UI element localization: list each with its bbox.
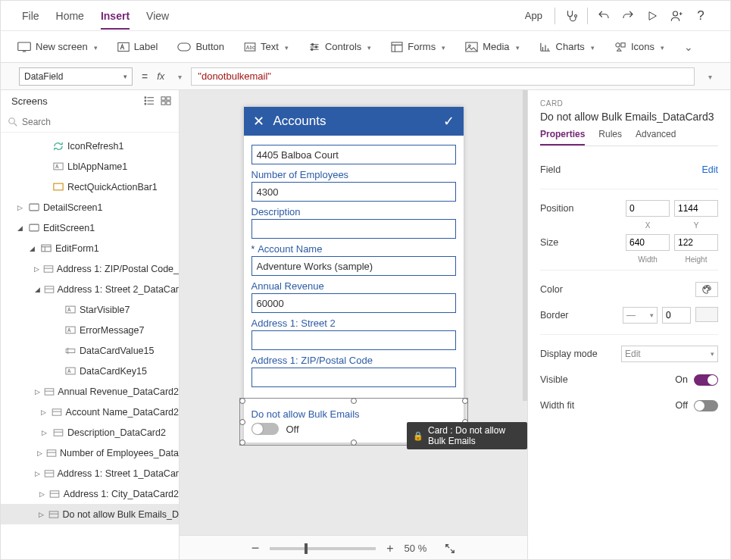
field-input[interactable] [251, 145, 456, 164]
panel-kicker: CARD [540, 99, 718, 108]
border-width-input[interactable] [662, 307, 691, 324]
tree-item[interactable]: StarVisible7 [1, 299, 179, 320]
field-input[interactable] [251, 368, 456, 387]
tb-icons[interactable]: Icons [614, 41, 664, 52]
widthfit-toggle[interactable] [694, 400, 718, 411]
tree-item[interactable]: IconRefresh1 [1, 136, 179, 156]
resize-handle[interactable] [239, 398, 245, 404]
color-picker[interactable] [695, 282, 718, 297]
tree-list-icon[interactable] [144, 96, 155, 105]
svg-rect-4 [178, 43, 190, 51]
tab-properties[interactable]: Properties [540, 129, 585, 145]
border-style-select[interactable]: — [623, 307, 658, 324]
media-icon [465, 42, 478, 52]
tree-item[interactable]: ◢EditForm1 [1, 238, 179, 258]
label-icon [64, 326, 77, 334]
position-x-input[interactable] [626, 200, 670, 217]
tree-item[interactable]: ◢Address 1: Street 2_DataCar [1, 279, 179, 299]
tree-item[interactable]: ▷Annual Revenue_DataCard2 [1, 381, 179, 402]
canvas-scrollbar[interactable] [523, 90, 527, 401]
zoom-in[interactable]: + [386, 542, 393, 555]
thumbnail-view-icon[interactable] [161, 96, 171, 105]
play-icon[interactable] [644, 8, 661, 24]
share-icon[interactable] [668, 8, 685, 24]
resize-handle[interactable] [351, 398, 357, 404]
prop-field-edit[interactable]: Edit [701, 164, 718, 175]
display-mode-select[interactable]: Edit [621, 346, 718, 362]
resize-handle[interactable] [351, 440, 357, 446]
tb-controls[interactable]: Controls [308, 41, 371, 52]
field-input[interactable] [251, 219, 456, 239]
tb-media[interactable]: Media [465, 41, 519, 52]
field-input[interactable] [251, 182, 456, 202]
tb-label[interactable]: Label [117, 41, 158, 52]
fullscreen-icon[interactable] [445, 543, 455, 554]
fx-caret[interactable] [173, 70, 182, 82]
tb-forms[interactable]: Forms [391, 41, 445, 52]
tree-item[interactable]: ▷Address 1: ZIP/Postal Code_ [1, 258, 179, 279]
position-y-input[interactable] [674, 200, 718, 217]
formula-input[interactable]: "donotbulkemail" [191, 67, 695, 86]
tree-item[interactable]: DataCardKey15 [1, 361, 179, 381]
tab-rules[interactable]: Rules [598, 129, 622, 145]
tree-item[interactable]: ▷Address 1: City_DataCard2 [1, 483, 179, 504]
tree-item[interactable]: ▷Account Name_DataCard2 [1, 402, 179, 422]
field-input[interactable] [251, 293, 456, 313]
stethoscope-icon[interactable] [563, 8, 579, 24]
tree-item[interactable]: LblAppName1 [1, 156, 179, 177]
tree-item-label: EditForm1 [55, 243, 99, 254]
app-button[interactable]: App [525, 10, 542, 21]
tb-button[interactable]: Button [177, 41, 224, 52]
menu-home[interactable]: Home [56, 10, 84, 22]
menu-insert[interactable]: Insert [101, 10, 130, 30]
form-field: Number of Employees [251, 169, 456, 202]
card-icon [44, 388, 55, 396]
size-w-input[interactable] [626, 234, 670, 251]
field-input[interactable] [251, 330, 456, 350]
field-label: *Account Name [251, 243, 456, 255]
label-icon [52, 162, 64, 171]
tb-charts[interactable]: Charts [539, 41, 595, 52]
undo-icon[interactable] [595, 8, 612, 24]
redo-icon[interactable] [620, 8, 636, 24]
property-select[interactable]: DataField [19, 67, 133, 86]
chevron-down-icon: ⌄ [684, 41, 693, 53]
resize-handle[interactable] [462, 398, 468, 404]
zoom-out[interactable]: − [251, 540, 260, 556]
tree-item[interactable]: ErrorMessage7 [1, 320, 179, 340]
tree-item[interactable]: ▷Address 1: Street 1_DataCar [1, 463, 179, 483]
tb-expand[interactable]: ⌄ [684, 41, 693, 53]
menu-view[interactable]: View [146, 10, 169, 22]
border-color-picker[interactable] [695, 307, 718, 322]
size-h-input[interactable] [674, 234, 718, 251]
tree-item[interactable]: ▷Number of Employees_Data [1, 443, 179, 463]
formula-expand[interactable] [704, 70, 712, 82]
help-icon[interactable]: ? [692, 8, 709, 24]
button-icon [177, 42, 191, 52]
field-input[interactable] [251, 256, 456, 276]
card-icon [44, 470, 55, 477]
tab-advanced[interactable]: Advanced [636, 129, 676, 145]
card-label: Do not allow Bulk Emails [251, 408, 456, 420]
resize-handle[interactable] [239, 419, 245, 425]
tree-item[interactable]: RectQuickActionBar1 [1, 177, 179, 197]
close-icon[interactable]: ✕ [253, 113, 264, 130]
tree-item[interactable]: ▷DetailScreen1 [1, 197, 179, 217]
resize-handle[interactable] [239, 440, 245, 446]
tb-new-screen[interactable]: New screen [17, 41, 98, 52]
search-input[interactable] [22, 117, 171, 127]
zoom-slider[interactable] [270, 547, 376, 550]
tree-item[interactable]: ◢EditScreen1 [1, 217, 179, 238]
screen-icon [28, 224, 40, 232]
tb-text[interactable]: Abc Text [244, 41, 289, 52]
menu-file[interactable]: File [22, 10, 39, 22]
toggle-control[interactable] [251, 423, 279, 435]
tree-item[interactable]: DataCardValue15 [1, 340, 179, 361]
lock-icon: 🔒 [413, 431, 423, 441]
svg-point-9 [311, 48, 312, 50]
tree-item[interactable]: ▷Description_DataCard2 [1, 422, 179, 443]
visible-toggle[interactable] [694, 374, 718, 386]
check-icon[interactable]: ✓ [443, 113, 455, 130]
tree-item[interactable]: ▷Do not allow Bulk Emails_D [1, 504, 179, 524]
search-box[interactable] [1, 111, 179, 133]
